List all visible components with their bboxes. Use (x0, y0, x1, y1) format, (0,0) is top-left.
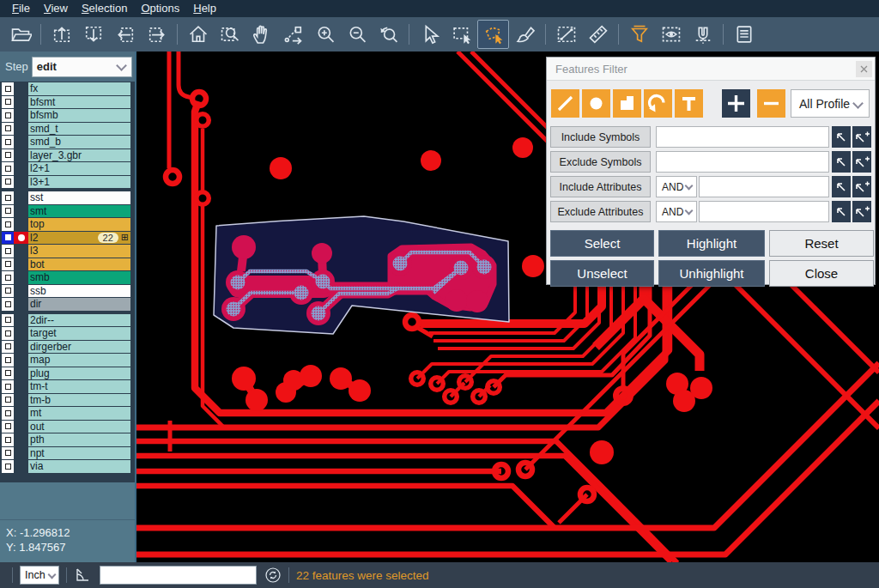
layer-active-indicator[interactable] (14, 354, 28, 367)
layer-row-top[interactable]: top (0, 218, 135, 231)
layer-name[interactable]: dir (28, 298, 130, 311)
select-button[interactable]: Select (550, 230, 654, 257)
measure-line-button[interactable] (550, 20, 582, 49)
dialog-title-bar[interactable]: Features Filter (547, 58, 875, 81)
refresh-icon[interactable] (264, 567, 282, 584)
layer-checkbox[interactable] (2, 191, 14, 204)
layer-active-indicator[interactable] (14, 433, 28, 446)
layer-active-indicator[interactable] (14, 460, 28, 473)
layer-checkbox[interactable] (2, 298, 14, 311)
layer-name[interactable]: out (28, 421, 130, 433)
layer-checkbox[interactable] (2, 245, 14, 258)
dialog-close-button[interactable] (856, 61, 872, 77)
layer-active-indicator[interactable] (14, 123, 28, 136)
layer-name[interactable]: smt (28, 205, 130, 218)
pick-symbol-add-button[interactable] (852, 151, 871, 173)
layer-active-indicator[interactable] (14, 82, 28, 95)
layer-active-indicator[interactable] (14, 327, 28, 340)
layer-name[interactable]: bfsmb (28, 109, 130, 122)
zoom-in-button[interactable] (309, 20, 341, 49)
layer-checkbox[interactable] (2, 460, 14, 473)
pick-attribute-button[interactable] (832, 176, 851, 197)
layer-checkbox[interactable] (2, 82, 14, 95)
layer-name[interactable]: plug (28, 367, 130, 380)
report-list-button[interactable] (728, 20, 760, 49)
zoom-previous-button[interactable] (373, 20, 404, 49)
import-left-button[interactable] (109, 20, 141, 49)
layer-name[interactable]: smb (28, 271, 130, 284)
layer-row-bot[interactable]: bot (0, 258, 135, 271)
layer-active-indicator[interactable] (14, 380, 28, 393)
pick-symbol-add-button[interactable] (852, 126, 871, 148)
layer-name[interactable]: npt (28, 447, 130, 460)
layer-name[interactable]: mt (28, 407, 130, 420)
layer-name[interactable]: dirgerber (28, 341, 130, 354)
layer-name[interactable]: l222⊞ (28, 232, 130, 245)
layer-row-layer_3.gbr[interactable]: layer_3.gbr (0, 149, 135, 162)
layer-active-indicator[interactable] (14, 162, 28, 175)
layer-row-target[interactable]: target (0, 327, 135, 340)
exclude-attributes-field[interactable] (699, 201, 829, 222)
layer-row-dir[interactable]: dir (0, 298, 135, 311)
layer-checkbox[interactable] (2, 96, 14, 109)
layer-active-indicator[interactable] (14, 96, 28, 109)
layer-checkbox[interactable] (2, 367, 14, 380)
pick-attribute-add-button[interactable] (852, 201, 871, 222)
layer-checkbox[interactable] (2, 271, 14, 284)
snap-magnet-button[interactable] (687, 20, 718, 49)
layer-checkbox[interactable] (2, 341, 14, 354)
layer-name[interactable]: 2dir-- (28, 314, 130, 327)
layer-name[interactable]: tm-b (28, 394, 130, 407)
layer-checkbox[interactable] (2, 232, 14, 245)
layer-active-indicator[interactable] (14, 191, 28, 204)
layer-active-indicator[interactable] (14, 367, 28, 380)
remove-filter-button[interactable] (757, 89, 785, 118)
layer-active-indicator[interactable] (14, 205, 28, 218)
layer-name[interactable]: l2+1 (28, 162, 130, 175)
layer-checkbox[interactable] (2, 354, 14, 367)
layer-row-map[interactable]: map (0, 354, 135, 367)
layer-active-indicator[interactable] (14, 176, 28, 189)
layer-checkbox[interactable] (2, 380, 14, 393)
layer-checkbox[interactable] (2, 109, 14, 122)
command-input[interactable] (100, 566, 257, 585)
layer-active-indicator[interactable] (14, 245, 28, 258)
layer-row-l2+1[interactable]: l2+1 (0, 162, 135, 175)
layer-checkbox[interactable] (2, 447, 14, 460)
layer-name[interactable]: smd_b (28, 136, 130, 149)
include-attributes-and-select[interactable]: AND (656, 176, 697, 197)
layer-name[interactable]: target (28, 327, 130, 340)
layer-row-l3[interactable]: l3 (0, 245, 135, 258)
layer-name[interactable]: map (28, 354, 130, 367)
layer-checkbox[interactable] (2, 218, 14, 231)
layer-checkbox[interactable] (2, 149, 14, 162)
close-button[interactable]: Close (769, 260, 874, 287)
layer-active-indicator[interactable] (14, 341, 28, 354)
layer-checkbox[interactable] (2, 205, 14, 218)
layer-checkbox[interactable] (2, 407, 14, 420)
layer-row-plug[interactable]: plug (0, 367, 135, 380)
layer-active-indicator[interactable] (14, 447, 28, 460)
layer-active-indicator[interactable] (14, 271, 28, 284)
ruler-button[interactable] (582, 20, 614, 49)
layer-row-smb[interactable]: smb (0, 271, 135, 284)
pan-hand-button[interactable] (246, 20, 277, 49)
exclude-symbols-field[interactable] (656, 151, 829, 173)
layer-row-smt[interactable]: smt (0, 205, 135, 218)
unselect-button[interactable]: Unselect (550, 260, 654, 287)
import-up-button[interactable] (45, 20, 77, 49)
import-right-button[interactable] (141, 20, 173, 49)
layer-name[interactable]: bot (28, 258, 130, 271)
zoom-area-button[interactable] (214, 20, 246, 49)
layer-checkbox[interactable] (2, 123, 14, 136)
layer-active-indicator[interactable] (14, 285, 28, 298)
layer-name[interactable]: ssb (28, 285, 130, 298)
layer-row-npt[interactable]: npt (0, 447, 135, 460)
layer-checkbox[interactable] (2, 176, 14, 189)
layer-row-fx[interactable]: fx (0, 82, 135, 95)
layer-checkbox[interactable] (2, 394, 14, 407)
move-vertex-button[interactable] (277, 20, 309, 49)
layer-name[interactable]: l3 (28, 245, 130, 258)
layer-checkbox[interactable] (2, 136, 14, 149)
layer-row-pth[interactable]: pth (0, 433, 135, 446)
